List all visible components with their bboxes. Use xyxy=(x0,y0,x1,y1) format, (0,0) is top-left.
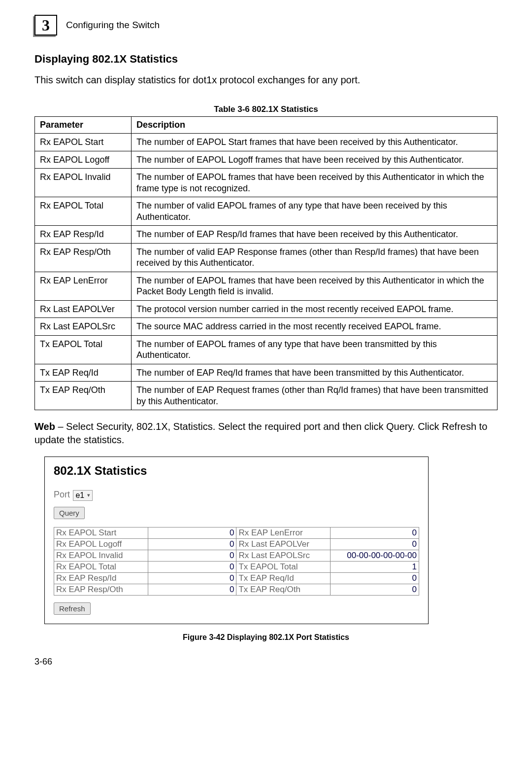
param-cell: Rx EAPOL Total xyxy=(35,197,132,226)
stat-value: 0 xyxy=(331,527,419,538)
stat-value: 0 xyxy=(331,572,419,584)
stats-row: Rx EAP Resp/Id0Tx EAP Req/Id0 xyxy=(54,572,419,584)
param-cell: Rx EAP Resp/Oth xyxy=(35,243,132,272)
table-row: Rx Last EAPOLSrcThe source MAC address c… xyxy=(35,318,498,336)
desc-cell: The number of EAPOL Start frames that ha… xyxy=(132,134,498,151)
chapter-title: Configuring the Switch xyxy=(66,20,160,31)
desc-cell: The number of EAP Resp/Id frames that ha… xyxy=(132,226,498,244)
desc-cell: The number of EAP Request frames (other … xyxy=(132,382,498,410)
desc-cell: The number of EAPOL Logoff frames that h… xyxy=(132,151,498,169)
stat-value: 0 xyxy=(331,584,419,595)
stat-label: Rx EAPOL Start xyxy=(54,527,148,538)
desc-cell: The number of EAP Req/Id frames that hav… xyxy=(132,364,498,382)
table-row: Rx EAP Resp/OthThe number of valid EAP R… xyxy=(35,243,498,272)
stat-label: Rx EAPOL Total xyxy=(54,561,148,572)
chevron-down-icon: ▾ xyxy=(87,492,90,498)
stat-label: Tx EAP Req/Id xyxy=(236,572,331,584)
stat-value: 00-00-00-00-00-00 xyxy=(331,550,419,561)
stat-label: Rx EAP LenError xyxy=(236,527,331,538)
panel-title: 802.1X Statistics xyxy=(54,464,419,478)
web-note: Web – Select Security, 802.1X, Statistic… xyxy=(34,420,498,447)
page-header: 3 Configuring the Switch xyxy=(34,15,498,35)
table-row: Rx EAPOL StartThe number of EAPOL Start … xyxy=(35,134,498,151)
stat-label: Rx EAP Resp/Oth xyxy=(54,584,148,595)
port-value: e1 xyxy=(75,491,84,500)
desc-cell: The number of EAPOL frames that have bee… xyxy=(132,272,498,300)
intro-text: This switch can display statistics for d… xyxy=(34,74,498,86)
stat-value: 0 xyxy=(148,550,236,561)
stats-table: Rx EAPOL Start0Rx EAP LenError0Rx EAPOL … xyxy=(54,527,419,596)
table-row: Rx EAPOL TotalThe number of valid EAPOL … xyxy=(35,197,498,226)
table-row: Tx EAP Req/OthThe number of EAP Request … xyxy=(35,382,498,410)
section-heading: Displaying 802.1X Statistics xyxy=(34,53,498,66)
param-cell: Rx EAPOL Invalid xyxy=(35,169,132,197)
param-cell: Rx Last EAPOLVer xyxy=(35,300,132,318)
stats-row: Rx EAPOL Start0Rx EAP LenError0 xyxy=(54,527,419,538)
stat-label: Tx EAP Req/Oth xyxy=(236,584,331,595)
stat-label: Rx EAPOL Logoff xyxy=(54,538,148,550)
stats-row: Rx EAP Resp/Oth0Tx EAP Req/Oth0 xyxy=(54,584,419,595)
param-cell: Tx EAP Req/Oth xyxy=(35,382,132,410)
page-number: 3-66 xyxy=(34,657,498,667)
figure-caption: Figure 3-42 Displaying 802.1X Port Stati… xyxy=(34,633,498,642)
stat-label: Rx Last EAPOLVer xyxy=(236,538,331,550)
stat-label: Rx EAPOL Invalid xyxy=(54,550,148,561)
param-cell: Rx EAPOL Start xyxy=(35,134,132,151)
port-select[interactable]: e1 ▾ xyxy=(73,490,93,501)
chapter-number-badge: 3 xyxy=(34,15,57,35)
param-cell: Rx Last EAPOLSrc xyxy=(35,318,132,336)
param-cell: Tx EAPOL Total xyxy=(35,335,132,364)
stats-row: Rx EAPOL Invalid0Rx Last EAPOLSrc00-00-0… xyxy=(54,550,419,561)
stat-value: 0 xyxy=(148,572,236,584)
param-cell: Rx EAPOL Logoff xyxy=(35,151,132,169)
parameters-table: Parameter Description Rx EAPOL StartThe … xyxy=(34,116,498,410)
desc-cell: The number of EAPOL frames that have bee… xyxy=(132,169,498,197)
port-row: Port e1 ▾ xyxy=(54,490,419,501)
table-row: Rx EAPOL InvalidThe number of EAPOL fram… xyxy=(35,169,498,197)
stats-row: Rx EAPOL Logoff0Rx Last EAPOLVer0 xyxy=(54,538,419,550)
desc-cell: The number of valid EAPOL frames of any … xyxy=(132,197,498,226)
refresh-button[interactable]: Refresh xyxy=(54,602,91,615)
table-row: Rx EAPOL LogoffThe number of EAPOL Logof… xyxy=(35,151,498,169)
param-cell: Tx EAP Req/Id xyxy=(35,364,132,382)
desc-cell: The protocol version number carried in t… xyxy=(132,300,498,318)
desc-cell: The number of EAPOL frames of any type t… xyxy=(132,335,498,364)
table-row: Tx EAP Req/IdThe number of EAP Req/Id fr… xyxy=(35,364,498,382)
stat-value: 0 xyxy=(331,538,419,550)
table-row: Rx Last EAPOLVerThe protocol version num… xyxy=(35,300,498,318)
th-description: Description xyxy=(132,117,498,134)
stat-label: Tx EAPOL Total xyxy=(236,561,331,572)
table-caption: Table 3-6 802.1X Statistics xyxy=(34,105,498,114)
param-cell: Rx EAP Resp/Id xyxy=(35,226,132,244)
stat-value: 1 xyxy=(331,561,419,572)
table-row: Rx EAP LenErrorThe number of EAPOL frame… xyxy=(35,272,498,300)
stats-row: Rx EAPOL Total0Tx EAPOL Total1 xyxy=(54,561,419,572)
web-text: – Select Security, 802.1X, Statistics. S… xyxy=(34,421,487,445)
stat-value: 0 xyxy=(148,561,236,572)
stat-value: 0 xyxy=(148,584,236,595)
th-parameter: Parameter xyxy=(35,117,132,134)
desc-cell: The source MAC address carried in the mo… xyxy=(132,318,498,336)
web-label: Web xyxy=(34,421,55,432)
stat-label: Rx EAP Resp/Id xyxy=(54,572,148,584)
stat-value: 0 xyxy=(148,538,236,550)
table-row: Tx EAPOL TotalThe number of EAPOL frames… xyxy=(35,335,498,364)
stat-label: Rx Last EAPOLSrc xyxy=(236,550,331,561)
port-label: Port xyxy=(54,490,70,499)
statistics-panel: 802.1X Statistics Port e1 ▾ Query Rx EAP… xyxy=(44,457,429,624)
table-row: Rx EAP Resp/IdThe number of EAP Resp/Id … xyxy=(35,226,498,244)
desc-cell: The number of valid EAP Response frames … xyxy=(132,243,498,272)
param-cell: Rx EAP LenError xyxy=(35,272,132,300)
query-button[interactable]: Query xyxy=(54,507,85,519)
stat-value: 0 xyxy=(148,527,236,538)
